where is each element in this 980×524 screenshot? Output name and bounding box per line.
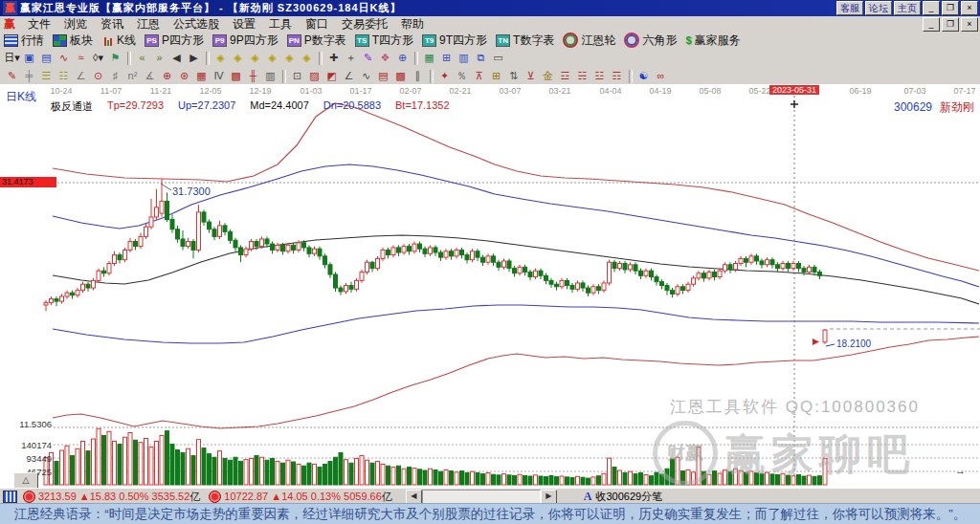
- restore-button[interactable]: ❐: [942, 1, 959, 15]
- menu-item-4[interactable]: 公式选股: [167, 17, 226, 31]
- quote-board-icon[interactable]: ▤: [38, 51, 55, 65]
- toolbar-button-T四方形[interactable]: TST四方形: [355, 33, 413, 49]
- shade-grid-icon[interactable]: ▩: [228, 69, 244, 83]
- toolbar-button-行情[interactable]: 行情: [4, 33, 44, 49]
- percent-retrace-icon[interactable]: ％: [454, 69, 470, 83]
- calendar-icon[interactable]: ▦: [421, 51, 437, 65]
- trigram-li-icon[interactable]: ☲: [557, 69, 573, 83]
- updown-icon[interactable]: ⇅: [505, 69, 522, 83]
- close-button[interactable]: ×: [961, 1, 978, 15]
- trigram-gen-icon[interactable]: ☶: [609, 69, 625, 83]
- last-bar-icon[interactable]: »: [151, 51, 167, 65]
- scroll-left-button[interactable]: ◀: [406, 490, 422, 504]
- annotate-icon[interactable]: ✎: [360, 51, 376, 65]
- parallel-lines-icon[interactable]: ∥: [410, 69, 426, 83]
- flag-tool-icon[interactable]: ⚑: [107, 51, 123, 65]
- minimize-button[interactable]: _: [923, 1, 940, 15]
- pattern-icon[interactable]: ❖: [377, 51, 393, 65]
- square-numbers-icon[interactable]: n²: [124, 69, 141, 83]
- sine-cycle-icon[interactable]: ∿: [358, 69, 374, 83]
- menu-item-9[interactable]: 帮助: [394, 17, 431, 31]
- menu-item-7[interactable]: 窗口: [299, 17, 335, 31]
- level-lines-icon[interactable]: ▤: [375, 69, 391, 83]
- cycle-circle-icon[interactable]: ⊙: [90, 69, 106, 83]
- gann-fan-center-icon[interactable]: ⊕: [159, 69, 175, 83]
- multi-line-icon[interactable]: ≈: [73, 51, 89, 65]
- period-label[interactable]: 日K线: [6, 89, 36, 105]
- star-tool-icon[interactable]: ✦: [436, 69, 453, 83]
- save-layout-icon[interactable]: ⧉: [473, 51, 489, 65]
- tick-data-link[interactable]: A 收300629分笔: [584, 490, 662, 504]
- sz-index-icon[interactable]: [209, 491, 221, 503]
- calculator-icon[interactable]: ⊞: [438, 51, 455, 65]
- rail-line-icon[interactable]: ╫: [245, 69, 261, 83]
- wave-count-icon[interactable]: Ⅳ: [211, 69, 227, 83]
- mdi-close-button[interactable]: ×: [961, 17, 978, 32]
- gann-line-icon[interactable]: ╪: [21, 69, 37, 83]
- top-bottom-icon[interactable]: ⊼: [471, 69, 487, 83]
- toolbar-button-K线[interactable]: K线: [101, 33, 136, 49]
- dense-grid-icon[interactable]: ▩: [392, 69, 409, 83]
- toolbar-button-江恩轮[interactable]: 江恩轮: [563, 33, 615, 49]
- market-grid-icon[interactable]: [3, 491, 17, 503]
- gann-angle-icon[interactable]: ∡: [142, 69, 158, 83]
- gann-diamond-2-icon[interactable]: ◈: [230, 51, 246, 65]
- zoom-tool-icon[interactable]: ⊕: [394, 51, 411, 65]
- pointer-icon[interactable]: ＋: [343, 51, 359, 65]
- period-dropdown[interactable]: 日▾: [4, 51, 20, 65]
- menu-item-8[interactable]: 交易委托: [335, 17, 394, 31]
- chart-panel[interactable]: 10-2411-0711-2112-0512-1901-0301-1702-07…: [0, 84, 980, 488]
- pencil-tool-icon[interactable]: ✎: [4, 69, 20, 83]
- scroll-right-button[interactable]: ▶: [541, 490, 557, 504]
- toolbar-button-9T四方形[interactable]: T99T四方形: [422, 33, 487, 49]
- export-icon[interactable]: ▭: [490, 51, 506, 65]
- yinyang-icon[interactable]: ☯: [635, 69, 652, 83]
- matrix-icon[interactable]: ▦: [193, 69, 210, 83]
- gann-diamond-3-icon[interactable]: ◈: [247, 51, 263, 65]
- prev-bar-icon[interactable]: ◀: [168, 51, 185, 65]
- gann-diamond-4-icon[interactable]: ◈: [264, 51, 280, 65]
- next-bar-icon[interactable]: ▶: [186, 51, 202, 65]
- window-layout-icon[interactable]: ▣: [21, 51, 37, 65]
- trigram-kan-icon[interactable]: ☵: [574, 69, 590, 83]
- gann-diamond-5-icon[interactable]: ◈: [281, 51, 298, 65]
- titlebar-link-0[interactable]: 客服: [836, 1, 863, 15]
- scroll-right-arrow[interactable]: →: [955, 465, 966, 476]
- toolbar-button-赢家服务[interactable]: $赢家服务: [685, 33, 740, 49]
- v-reversal-icon[interactable]: ⊻: [523, 69, 539, 83]
- horizontal-scrollbar[interactable]: ◀ ▶: [406, 490, 557, 504]
- notebook-icon[interactable]: ▥: [456, 51, 472, 65]
- toolbar-button-P四方形[interactable]: PSP四方形: [145, 33, 204, 49]
- mdi-restore-button[interactable]: ❐: [942, 17, 959, 32]
- trigram-zhen-icon[interactable]: ☳: [591, 69, 608, 83]
- grid-lines-icon[interactable]: ☷: [56, 69, 72, 83]
- gann-diamond-6-icon[interactable]: ◈: [299, 51, 315, 65]
- toolbar-button-9P四方形[interactable]: P99P四方形: [212, 33, 278, 49]
- hline-set-icon[interactable]: ☰: [38, 69, 55, 83]
- first-bar-icon[interactable]: «: [134, 51, 150, 65]
- trend-angle-icon[interactable]: ∠: [341, 69, 357, 83]
- angle-line-icon[interactable]: ∠: [73, 69, 89, 83]
- infinity-icon[interactable]: ∞: [653, 69, 669, 83]
- golden-section-icon[interactable]: 金: [540, 69, 556, 83]
- golden-grid-icon[interactable]: ⊞: [488, 69, 504, 83]
- fan-lines-icon[interactable]: ▨: [306, 69, 323, 83]
- mdi-minimize-button[interactable]: _: [923, 17, 940, 32]
- menu-item-3[interactable]: 江恩: [130, 17, 167, 31]
- menu-item-6[interactable]: 工具: [262, 17, 299, 31]
- candle-style-dropdown[interactable]: ◊▾: [90, 51, 106, 65]
- half-square-icon[interactable]: ◩: [323, 69, 340, 83]
- radiation-icon[interactable]: ⊛: [176, 69, 192, 83]
- toolbar-button-P数字表[interactable]: PNP数字表: [287, 33, 346, 49]
- scrollbar-track[interactable]: [422, 490, 541, 504]
- price-grid-icon[interactable]: ♯: [107, 69, 123, 83]
- toolbar-button-T数字表[interactable]: TNT数字表: [496, 33, 554, 49]
- toolbar-button-板块[interactable]: 板块: [53, 33, 93, 49]
- band-icon[interactable]: ▥: [262, 69, 278, 83]
- menu-item-0[interactable]: 文件: [21, 17, 57, 31]
- menu-item-1[interactable]: 浏览: [57, 17, 94, 31]
- box-select-icon[interactable]: ⊡: [289, 69, 305, 83]
- expand-volume-button[interactable]: △: [13, 472, 38, 489]
- menu-item-2[interactable]: 资讯: [94, 17, 130, 31]
- menu-item-5[interactable]: 设置: [226, 17, 262, 31]
